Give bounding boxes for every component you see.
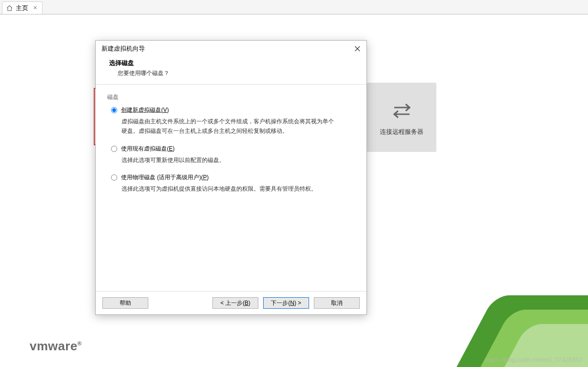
dialog-body: 磁盘 创建新虚拟磁盘(V) 虚拟磁盘由主机文件系统上的一个或多个文件组成，客户机…: [96, 85, 366, 291]
close-icon[interactable]: ✕: [33, 5, 37, 11]
section-title: 选择磁盘: [109, 59, 353, 67]
tab-home[interactable]: 主页 ✕: [2, 1, 43, 14]
radio-use-physical-disk[interactable]: 使用物理磁盘 (适用于高级用户)(P): [111, 173, 355, 182]
footer-decoration: [435, 291, 588, 367]
close-icon[interactable]: [353, 44, 362, 53]
vmware-logo: vmware®: [30, 339, 82, 354]
section-subtitle: 您要使用哪个磁盘？: [109, 69, 353, 77]
tab-home-label: 主页: [16, 4, 28, 12]
radio-create-new-disk[interactable]: 创建新虚拟磁盘(V): [111, 106, 355, 114]
new-vm-wizard-dialog: 新建虚拟机向导 选择磁盘 您要使用哪个磁盘？ 磁盘 创建新虚拟磁盘(V) 虚拟磁…: [95, 40, 367, 315]
dialog-title: 新建虚拟机向导: [101, 44, 145, 53]
remote-tile-label: 连接远程服务器: [380, 128, 423, 136]
help-button[interactable]: 帮助: [102, 297, 148, 309]
remote-server-tile[interactable]: 连接远程服务器: [367, 83, 436, 152]
group-label: 磁盘: [107, 93, 355, 101]
dialog-titlebar: 新建虚拟机向导: [96, 41, 366, 57]
option-description: 选择此选项可为虚拟机提供直接访问本地硬盘的权限。需要具有管理员特权。: [122, 184, 336, 194]
dialog-heading: 选择磁盘 您要使用哪个磁盘？: [96, 57, 366, 85]
radio-label: 使用物理磁盘 (适用于高级用户)(P): [121, 173, 209, 182]
option-description: 选择此选项可重新使用以前配置的磁盘。: [122, 156, 336, 165]
watermark: https://blog.csdn.net/m0_37426353: [485, 356, 582, 363]
transfer-icon: [390, 99, 413, 122]
disk-group: 磁盘 创建新虚拟磁盘(V) 虚拟磁盘由主机文件系统上的一个或多个文件组成，客户机…: [107, 93, 355, 194]
back-button[interactable]: < 上一步(B): [212, 297, 258, 309]
radio-label: 使用现有虚拟磁盘(E): [121, 145, 175, 153]
home-icon: [6, 5, 13, 11]
radio-use-existing-disk[interactable]: 使用现有虚拟磁盘(E): [111, 145, 355, 153]
cancel-button[interactable]: 取消: [314, 297, 360, 309]
next-button[interactable]: 下一步(N) >: [263, 297, 309, 309]
radio-input[interactable]: [111, 146, 117, 152]
radio-input[interactable]: [111, 174, 117, 181]
radio-input[interactable]: [111, 107, 117, 113]
dialog-footer: 帮助 < 上一步(B) 下一步(N) > 取消: [96, 291, 366, 314]
option-description: 虚拟磁盘由主机文件系统上的一个或多个文件组成，客户机操作系统会将其视为单个硬盘。…: [122, 117, 336, 136]
tab-bar: 主页 ✕: [0, 0, 588, 14]
radio-label: 创建新虚拟磁盘(V): [121, 106, 169, 114]
content-area: 连接远程服务器 vmware® https://blog.csdn.net/m0…: [0, 14, 588, 367]
